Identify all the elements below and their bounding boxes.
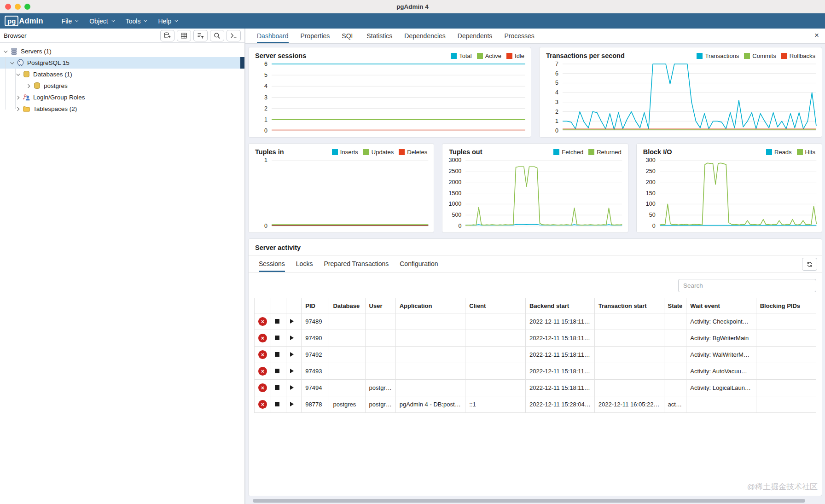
menu-tools[interactable]: Tools: [121, 15, 151, 27]
terminate-session-button[interactable]: ×: [258, 367, 267, 376]
legend-swatch: [781, 53, 787, 59]
search-button[interactable]: [210, 30, 224, 41]
postgresql-elephant-icon: [17, 59, 24, 67]
search-icon: [213, 32, 221, 40]
chart-header: Block I/OReadsHits: [637, 144, 822, 157]
cell: 98778: [302, 396, 329, 413]
cell: postgres: [329, 396, 365, 413]
cell: Activity: LogicalLaun…: [686, 380, 756, 396]
chart-title: Transactions per second: [546, 52, 625, 59]
filter-button[interactable]: [193, 30, 208, 41]
table-row: ×974922022-12-11 15:18:11…Activity: WalW…: [255, 347, 816, 363]
tree-item-postgresql-15[interactable]: PostgreSQL 15: [0, 57, 244, 69]
legend-label: Fetched: [562, 149, 583, 156]
connections-button[interactable]: [160, 30, 174, 41]
query-tool-button[interactable]: [227, 30, 241, 41]
minimize-window-button[interactable]: [15, 4, 21, 10]
y-tick-label: 6: [555, 70, 558, 77]
series-line-transactions: [563, 64, 816, 130]
tree-item-login-group-roles[interactable]: Login/Group Roles: [0, 92, 244, 103]
terminate-session-button[interactable]: ×: [258, 383, 267, 392]
terminate-session-button[interactable]: ×: [258, 400, 267, 409]
legend-label: Deletes: [407, 149, 427, 156]
cell: Activity: AutoVacuu…: [686, 363, 756, 380]
close-window-button[interactable]: [5, 4, 11, 10]
expand-row-button[interactable]: [290, 336, 294, 340]
expand-row-button[interactable]: [290, 402, 294, 406]
tab-dependencies[interactable]: Dependencies: [404, 29, 446, 43]
cancel-query-button[interactable]: [275, 402, 279, 406]
expand-row-button[interactable]: [290, 385, 294, 390]
cancel-query-button[interactable]: [275, 369, 279, 373]
legend-item-hits: Hits: [797, 149, 815, 156]
plot-area: [563, 64, 816, 131]
cancel-query-button[interactable]: [275, 352, 279, 357]
cancel-query-button[interactable]: [275, 336, 279, 340]
legend-label: Reads: [774, 149, 792, 156]
terminate-session-button[interactable]: ×: [258, 334, 267, 342]
expand-row-button[interactable]: [290, 352, 294, 357]
y-axis: 300025002000150010005000: [444, 160, 465, 226]
cell: postgr…: [365, 396, 395, 413]
database-gold-icon: [33, 82, 41, 90]
legend-item-total: Total: [451, 52, 471, 59]
cell: [594, 380, 664, 396]
tree-item-label: postgres: [44, 82, 68, 89]
refresh-icon: [806, 261, 813, 268]
cell: [329, 313, 365, 330]
expand-row-button[interactable]: [290, 319, 294, 324]
expand-row-button[interactable]: [290, 369, 294, 373]
terminate-cell: ×: [255, 363, 271, 380]
chevron-right-icon[interactable]: [25, 85, 31, 87]
cell: [465, 330, 526, 347]
tab-statistics[interactable]: Statistics: [366, 29, 392, 43]
tree-item-postgres[interactable]: postgres: [0, 80, 244, 92]
macos-titlebar: pgAdmin 4: [0, 0, 825, 13]
legend-swatch: [506, 53, 512, 59]
cell: pgAdmin 4 - DB:post…: [395, 396, 465, 413]
activity-tab-prepared-transactions[interactable]: Prepared Transactions: [324, 256, 389, 272]
chart-card-server-sessions: Server sessionsTotalActiveIdle6543210: [248, 47, 531, 138]
properties-grid-button[interactable]: [177, 30, 191, 41]
object-explorer-tree: Servers (1)PostgreSQL 15Databases (1)pos…: [0, 43, 244, 115]
legend-label: Updates: [372, 149, 394, 156]
activity-tab-locks[interactable]: Locks: [296, 256, 313, 272]
activity-tab-configuration[interactable]: Configuration: [400, 256, 438, 272]
zoom-window-button[interactable]: [24, 4, 30, 10]
terminate-session-button[interactable]: ×: [258, 350, 267, 359]
legend-item-deletes: Deletes: [399, 149, 427, 156]
details-cell: [286, 363, 302, 380]
activity-tab-sessions[interactable]: Sessions: [259, 256, 285, 272]
tab-properties[interactable]: Properties: [301, 29, 330, 43]
tab-sql[interactable]: SQL: [342, 29, 354, 43]
horizontal-scrollbar-thumb[interactable]: [253, 499, 805, 503]
terminate-session-button[interactable]: ×: [258, 317, 267, 326]
cancel-query-button[interactable]: [275, 319, 279, 324]
tree-guide-line: [15, 69, 16, 109]
chevron-down-icon[interactable]: [2, 50, 8, 53]
menu-object[interactable]: Object: [85, 15, 118, 27]
tree-item-servers-1[interactable]: Servers (1): [0, 46, 244, 57]
cancel-cell: [271, 380, 286, 396]
y-tick-label: 2500: [449, 168, 462, 174]
tree-item-databases-1[interactable]: Databases (1): [0, 69, 244, 80]
chevron-down-icon[interactable]: [8, 62, 15, 64]
cell: [686, 396, 756, 413]
terminal-icon: [230, 32, 238, 40]
tab-dashboard[interactable]: Dashboard: [257, 29, 289, 43]
legend-swatch: [451, 53, 457, 59]
tab-processes[interactable]: Processes: [504, 29, 534, 43]
cell: [465, 363, 526, 380]
menu-help[interactable]: Help: [153, 15, 181, 27]
cancel-query-button[interactable]: [275, 385, 279, 390]
tree-item-tablespaces-2[interactable]: Tablespaces (2): [0, 103, 244, 115]
table-row: ×974902022-12-11 15:18:11…Activity: BgWr…: [255, 330, 816, 347]
search-input[interactable]: [678, 279, 816, 292]
y-tick-label: 0: [555, 127, 558, 134]
server-activity-panel: Server activity SessionsLocksPrepared Tr…: [248, 238, 822, 496]
menu-file[interactable]: File: [57, 15, 82, 27]
chart-body: 10: [249, 157, 434, 232]
tab-dependents[interactable]: Dependents: [458, 29, 493, 43]
refresh-button[interactable]: [802, 258, 817, 271]
close-icon[interactable]: ×: [814, 31, 819, 40]
